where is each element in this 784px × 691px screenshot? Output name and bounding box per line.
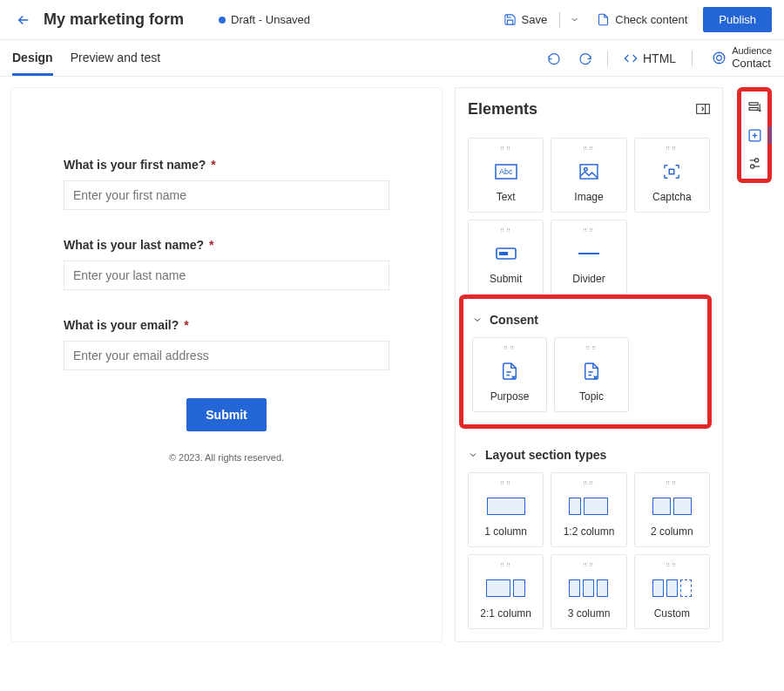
grip-icon: ⠿⠿ xyxy=(666,480,678,486)
grip-icon: ⠿⠿ xyxy=(500,480,512,486)
html-label: HTML xyxy=(643,51,676,65)
text-icon: Abc xyxy=(495,157,517,186)
email-label: What is your email?* xyxy=(64,318,389,332)
rail-add-icon[interactable] xyxy=(744,125,765,146)
check-content-button[interactable]: Check content xyxy=(590,9,694,30)
rail-fields-icon[interactable] xyxy=(744,97,765,118)
panel-title: Elements xyxy=(468,100,537,119)
field-email: What is your email?* xyxy=(64,318,389,370)
redo-button[interactable] xyxy=(574,47,597,70)
grip-icon: ⠿⠿ xyxy=(666,562,678,568)
form-canvas: What is your first name?* What is your l… xyxy=(10,87,443,642)
tile-label: Custom xyxy=(654,607,690,620)
purpose-icon xyxy=(501,356,518,386)
right-rail xyxy=(735,87,774,642)
save-label: Save xyxy=(522,13,548,26)
tile-label: Purpose xyxy=(490,390,530,403)
check-content-label: Check content xyxy=(615,13,687,26)
layout-grid: ⠿⠿1 column ⠿⠿1:2 column ⠿⠿2 column ⠿⠿2:1… xyxy=(468,472,710,629)
tile-topic[interactable]: ⠿⠿ Topic xyxy=(554,337,629,412)
form-footer: © 2023. All rights reserved. xyxy=(64,452,389,463)
first-name-label: What is your first name?* xyxy=(64,158,389,172)
svg-rect-9 xyxy=(499,252,508,255)
tile-label: Divider xyxy=(572,273,605,285)
tile-label: 2:1 column xyxy=(480,607,531,620)
undo-button[interactable] xyxy=(543,47,565,70)
email-input[interactable] xyxy=(64,341,389,370)
publish-button[interactable]: Publish xyxy=(703,7,772,32)
page-title: My marketing form xyxy=(44,10,184,29)
svg-rect-5 xyxy=(580,164,598,178)
form-submit-button[interactable]: Submit xyxy=(186,398,266,431)
svg-point-0 xyxy=(713,52,725,64)
tile-captcha[interactable]: ⠿⠿ Captcha xyxy=(634,138,710,213)
tile-label: 3 column xyxy=(568,607,611,620)
tile-3column[interactable]: ⠿⠿3 column xyxy=(551,554,626,629)
header-actions: Save Check content Publish xyxy=(497,7,772,32)
submit-icon xyxy=(496,239,517,268)
tab-design[interactable]: Design xyxy=(12,40,53,76)
status-dot-icon xyxy=(219,17,226,24)
field-last-name: What is your last name?* xyxy=(64,238,389,290)
svg-rect-7 xyxy=(670,169,674,173)
grip-icon: ⠿⠿ xyxy=(583,146,595,152)
last-name-input[interactable] xyxy=(64,261,389,290)
grip-icon: ⠿⠿ xyxy=(583,562,595,568)
tile-label: Topic xyxy=(579,390,604,403)
layout-header[interactable]: Layout section types xyxy=(468,448,710,462)
grip-icon: ⠿⠿ xyxy=(583,227,595,234)
last-name-label: What is your last name?* xyxy=(64,238,389,252)
secondary-bar: Design Preview and test HTML Audience Co… xyxy=(0,40,784,77)
tile-custom[interactable]: ⠿⠿Custom xyxy=(634,554,710,629)
save-chevron[interactable] xyxy=(565,15,583,24)
grip-icon: ⠿⠿ xyxy=(666,146,678,152)
first-name-input[interactable] xyxy=(64,180,389,210)
save-button[interactable]: Save xyxy=(497,9,555,30)
divider-icon xyxy=(578,239,599,268)
rail-settings-icon[interactable] xyxy=(744,152,765,173)
audience-selector[interactable]: Audience Contact xyxy=(712,45,772,71)
header-bar: My marketing form Draft - Unsaved Save C… xyxy=(0,0,784,40)
tile-21column[interactable]: ⠿⠿2:1 column xyxy=(468,554,544,629)
topic-icon xyxy=(583,356,600,386)
audience-label: Audience xyxy=(732,45,772,57)
tabs: Design Preview and test xyxy=(12,40,160,76)
elements-panel: Elements ⠿⠿ Abc Text ⠿⠿ Image ⠿⠿ Captcha xyxy=(455,87,723,642)
tile-label: Captcha xyxy=(652,191,692,203)
tile-label: Image xyxy=(574,191,603,203)
tile-image[interactable]: ⠿⠿ Image xyxy=(551,138,626,213)
grip-icon: ⠿⠿ xyxy=(500,146,512,152)
basic-elements-grid: ⠿⠿ Abc Text ⠿⠿ Image ⠿⠿ Captcha ⠿⠿ Submi… xyxy=(468,138,710,295)
svg-point-6 xyxy=(585,167,588,171)
divider xyxy=(559,12,560,28)
svg-rect-12 xyxy=(749,107,758,110)
svg-text:Abc: Abc xyxy=(499,167,513,176)
tile-12column[interactable]: ⠿⠿1:2 column xyxy=(551,472,626,547)
tile-1column[interactable]: ⠿⠿1 column xyxy=(468,472,544,547)
grip-icon: ⠿⠿ xyxy=(500,562,512,568)
tile-divider[interactable]: ⠿⠿ Divider xyxy=(551,220,626,295)
panel-collapse-icon[interactable] xyxy=(696,103,710,117)
back-button[interactable] xyxy=(12,9,35,31)
tab-preview[interactable]: Preview and test xyxy=(71,40,161,76)
status-text: Draft - Unsaved xyxy=(231,13,310,26)
tile-label: Text xyxy=(497,191,516,203)
audience-value: Contact xyxy=(732,57,772,71)
tile-label: Submit xyxy=(490,273,522,285)
tile-text[interactable]: ⠿⠿ Abc Text xyxy=(468,138,544,213)
svg-point-14 xyxy=(750,164,754,167)
grip-icon: ⠿⠿ xyxy=(585,345,598,351)
svg-point-1 xyxy=(717,56,722,61)
divider xyxy=(692,51,693,66)
tile-label: 1:2 column xyxy=(564,525,615,538)
main-area: What is your first name?* What is your l… xyxy=(0,77,784,653)
consent-header[interactable]: Consent xyxy=(472,313,699,327)
tile-submit[interactable]: ⠿⠿ Submit xyxy=(468,220,544,295)
consent-title: Consent xyxy=(490,313,538,327)
html-button[interactable]: HTML xyxy=(618,51,681,65)
secondary-right: HTML Audience Contact xyxy=(543,45,772,71)
tile-purpose[interactable]: ⠿⠿ Purpose xyxy=(472,337,547,412)
divider xyxy=(607,51,608,66)
tile-2column[interactable]: ⠿⠿2 column xyxy=(634,472,710,547)
grip-icon: ⠿⠿ xyxy=(504,345,516,351)
